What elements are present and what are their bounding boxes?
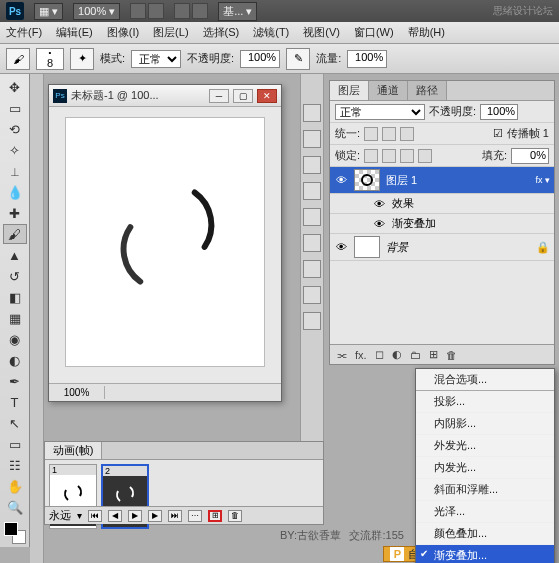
menu-window[interactable]: 窗口(W) <box>354 25 394 40</box>
fill-input[interactable]: 0% <box>511 148 549 164</box>
dodge-tool[interactable]: ◐ <box>3 350 27 370</box>
delete-frame-button[interactable]: 🗑 <box>228 510 242 522</box>
gradient-tool[interactable]: ▦ <box>3 308 27 328</box>
visibility-icon[interactable]: 👁 <box>372 218 386 230</box>
background-row[interactable]: 👁 背景 🔒 <box>330 234 554 261</box>
menu-inner-shadow[interactable]: 内阴影... <box>416 413 554 435</box>
grid-icon[interactable] <box>148 3 164 19</box>
menu-layer[interactable]: 图层(L) <box>153 25 188 40</box>
marquee-tool[interactable]: ▭ <box>3 98 27 118</box>
eraser-tool[interactable]: ◧ <box>3 287 27 307</box>
3d-tool[interactable]: ☷ <box>3 455 27 475</box>
lock-all-icon[interactable] <box>418 149 432 163</box>
canvas[interactable] <box>65 117 265 367</box>
styles-icon[interactable] <box>303 130 321 148</box>
unify-vis-icon[interactable] <box>382 127 396 141</box>
hand-icon[interactable] <box>130 3 146 19</box>
para-icon[interactable] <box>303 234 321 252</box>
opacity-input[interactable]: 100% <box>240 50 280 68</box>
menu-blend-options[interactable]: 混合选项... <box>416 369 554 391</box>
type-tool[interactable]: T <box>3 392 27 412</box>
adj-icon[interactable]: ◐ <box>392 348 402 361</box>
new-frame-button[interactable]: ⊞ <box>208 510 222 522</box>
layer-row-1[interactable]: 👁 图层 1 fx ▾ <box>330 167 554 194</box>
play-button[interactable]: ▶ <box>128 510 142 522</box>
bg-thumb[interactable] <box>354 236 380 258</box>
menu-file[interactable]: 文件(F) <box>6 25 42 40</box>
doc-zoom[interactable]: 100% <box>49 386 105 399</box>
adjust-icon[interactable] <box>303 156 321 174</box>
zoom-tool[interactable]: 🔍 <box>3 497 27 517</box>
menu-drop-shadow[interactable]: 投影... <box>416 391 554 413</box>
screen-icon[interactable] <box>174 3 190 19</box>
tab-paths[interactable]: 路径 <box>408 81 447 100</box>
history-brush-tool[interactable]: ↺ <box>3 266 27 286</box>
menu-color-overlay[interactable]: 颜色叠加... <box>416 523 554 545</box>
info-icon[interactable] <box>303 312 321 330</box>
move-tool[interactable]: ✥ <box>3 77 27 97</box>
last-frame-button[interactable]: ⏭ <box>168 510 182 522</box>
layer-name[interactable]: 图层 1 <box>386 173 529 188</box>
collapsed-panel-strip[interactable] <box>30 74 44 563</box>
menu-filter[interactable]: 滤镜(T) <box>253 25 289 40</box>
menu-edit[interactable]: 编辑(E) <box>56 25 93 40</box>
anim-tab[interactable]: 动画(帧) <box>45 442 102 459</box>
effects-row[interactable]: 👁 效果 <box>330 194 554 214</box>
tween-button[interactable]: ⋯ <box>188 510 202 522</box>
crop-tool[interactable]: ⟂ <box>3 161 27 181</box>
gradient-overlay-row[interactable]: 👁 渐变叠加 <box>330 214 554 234</box>
blend-mode-select[interactable]: 正常 <box>131 50 181 68</box>
tool-preset[interactable]: 🖌 <box>6 48 30 70</box>
visibility-icon[interactable]: 👁 <box>334 174 348 186</box>
menu-gradient-overlay[interactable]: 渐变叠加... <box>416 545 554 563</box>
swatches-icon[interactable] <box>303 104 321 122</box>
history-icon[interactable] <box>303 286 321 304</box>
fx-button[interactable]: fx. <box>355 349 367 361</box>
menu-bevel[interactable]: 斜面和浮雕... <box>416 479 554 501</box>
pen-tool[interactable]: ✒ <box>3 371 27 391</box>
brush-tool[interactable]: 🖌 <box>3 224 27 244</box>
lock-pos-icon[interactable] <box>400 149 414 163</box>
shape-tool[interactable]: ▭ <box>3 434 27 454</box>
unify-style-icon[interactable] <box>400 127 414 141</box>
menu-inner-glow[interactable]: 内发光... <box>416 457 554 479</box>
tab-layers[interactable]: 图层 <box>330 81 369 100</box>
heal-tool[interactable]: ✚ <box>3 203 27 223</box>
visibility-icon[interactable]: 👁 <box>334 241 348 253</box>
next-frame-button[interactable]: ▶ <box>148 510 162 522</box>
workspace-dd[interactable]: ▦ ▾ <box>34 3 63 20</box>
menu-satin[interactable]: 光泽... <box>416 501 554 523</box>
flow-input[interactable]: 100% <box>347 50 387 68</box>
lasso-tool[interactable]: ⟲ <box>3 119 27 139</box>
wand-tool[interactable]: ✧ <box>3 140 27 160</box>
fx-indicator[interactable]: fx ▾ <box>535 175 550 185</box>
link-icon[interactable]: ⫘ <box>336 349 347 361</box>
first-frame-button[interactable]: ⏮ <box>88 510 102 522</box>
hand-tool[interactable]: ✋ <box>3 476 27 496</box>
propagate-checkbox[interactable]: ☑ <box>493 127 503 140</box>
brush-panel[interactable]: ✦ <box>70 48 94 70</box>
blur-tool[interactable]: ◉ <box>3 329 27 349</box>
layer-blend-select[interactable]: 正常 <box>335 104 425 120</box>
tablet-opacity-icon[interactable]: ✎ <box>286 48 310 70</box>
prev-frame-button[interactable]: ◀ <box>108 510 122 522</box>
layer-opacity-input[interactable]: 100% <box>480 104 518 120</box>
tab-channels[interactable]: 通道 <box>369 81 408 100</box>
menu-image[interactable]: 图像(I) <box>107 25 139 40</box>
delete-icon[interactable]: 🗑 <box>446 349 457 361</box>
new-icon[interactable]: ⊞ <box>429 348 438 361</box>
lock-pixel-icon[interactable] <box>382 149 396 163</box>
visibility-icon[interactable]: 👁 <box>372 198 386 210</box>
brush-size[interactable]: •8 <box>36 48 64 70</box>
eyedropper-tool[interactable]: 💧 <box>3 182 27 202</box>
lock-trans-icon[interactable] <box>364 149 378 163</box>
essentials-dd[interactable]: 基... ▾ <box>218 2 257 21</box>
actions-icon[interactable] <box>303 260 321 278</box>
loop-select[interactable]: 永远 <box>49 508 71 523</box>
fg-bg-colors[interactable] <box>4 522 26 544</box>
layer-thumb[interactable] <box>354 169 380 191</box>
mask-icon[interactable]: ◻ <box>375 348 384 361</box>
group-icon[interactable]: 🗀 <box>410 349 421 361</box>
unify-pos-icon[interactable] <box>364 127 378 141</box>
menu-view[interactable]: 视图(V) <box>303 25 340 40</box>
